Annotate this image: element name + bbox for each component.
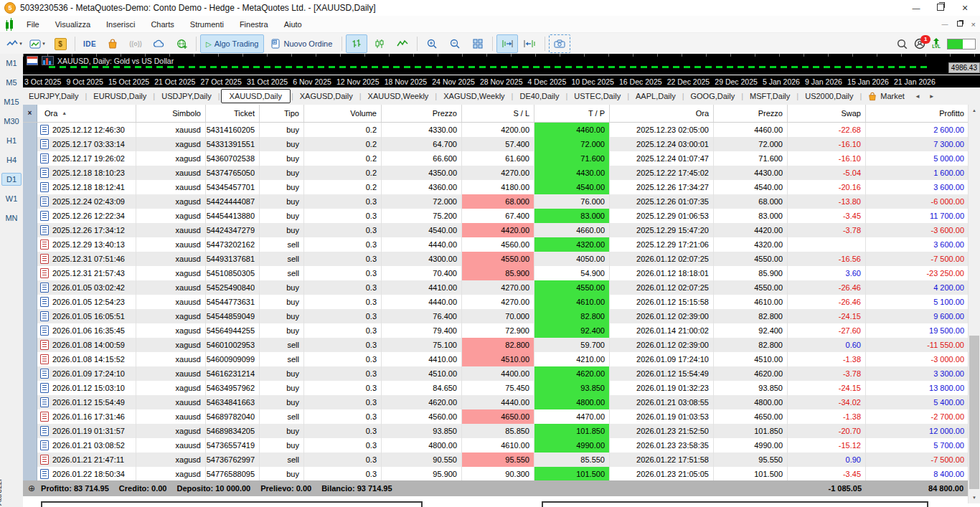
ide-button[interactable]: IDE bbox=[79, 34, 100, 53]
table-row[interactable]: 2026.01.12 15:03:10xagusd54634957962buy0… bbox=[23, 381, 969, 395]
timeframe-m15[interactable]: M15 bbox=[1, 95, 22, 108]
close-icon[interactable]: × bbox=[953, 2, 977, 14]
menu-item-inserisci[interactable]: Inserisci bbox=[98, 18, 143, 31]
close-panel-button[interactable]: × bbox=[23, 105, 37, 122]
chart-window[interactable]: XAUUSD, Daily: Gold vs US Dollar 4986.43… bbox=[23, 54, 980, 87]
table-row[interactable]: 2025.12.17 03:33:14xagusd54331391551buy0… bbox=[23, 137, 969, 151]
market-bag-button[interactable] bbox=[102, 34, 123, 53]
menu-item-file[interactable]: File bbox=[19, 18, 47, 31]
timeframe-m5[interactable]: M5 bbox=[1, 76, 22, 89]
table-row[interactable]: 2026.01.22 18:50:34xagusd54776588095buy0… bbox=[23, 467, 969, 481]
indicator-window-button[interactable]: ▾ bbox=[27, 34, 48, 53]
table-scrollbar[interactable]: ▲ ▼ bbox=[968, 105, 980, 503]
timeframe-w1[interactable]: W1 bbox=[1, 192, 22, 205]
menu-item-finestra[interactable]: Finestra bbox=[232, 18, 276, 31]
table-row[interactable]: 2026.01.05 12:54:23xauusd54544773631buy0… bbox=[23, 295, 969, 309]
notifications-button[interactable]: 1 bbox=[914, 38, 925, 49]
table-row[interactable]: 2026.01.05 03:02:42xauusd54525490840buy0… bbox=[23, 280, 969, 295]
column-header-swap[interactable]: Swap bbox=[788, 105, 866, 122]
shift-end-button[interactable] bbox=[496, 34, 518, 53]
child-restore-icon[interactable] bbox=[957, 21, 963, 28]
timeframe-h1[interactable]: H1 bbox=[1, 134, 22, 147]
tab-eurjpy-daily[interactable]: EURJPY,Daily bbox=[23, 90, 85, 103]
tab-xagusd-daily[interactable]: XAGUSD,Daily bbox=[294, 90, 359, 103]
community-globe-button[interactable] bbox=[171, 34, 192, 53]
table-row[interactable]: 2025.12.31 07:51:46xauusd54493137681sell… bbox=[23, 252, 969, 266]
tabs-scroll-right-icon[interactable]: ► bbox=[929, 93, 935, 100]
column-header-ticket[interactable]: Ticket bbox=[206, 105, 260, 122]
toolbox-panel-tab[interactable]: Attrezzi bbox=[0, 479, 3, 506]
tab-eurusd-daily[interactable]: EURUSD,Daily bbox=[88, 90, 152, 103]
algo-trading-button[interactable]: ▷ Algo Trading bbox=[200, 34, 264, 53]
column-header-ora-close[interactable]: Ora bbox=[610, 105, 714, 122]
menu-item-strumenti[interactable]: Strumenti bbox=[182, 18, 232, 31]
table-row[interactable]: 2026.01.09 17:24:10xauusd54616231214buy0… bbox=[23, 366, 969, 381]
table-row[interactable]: 2026.01.21 03:08:52xauusd54736557419buy0… bbox=[23, 438, 969, 452]
table-row[interactable]: 2026.01.06 16:35:45xagusd54564944255buy0… bbox=[23, 323, 969, 338]
scroll-up-icon[interactable]: ▲ bbox=[969, 105, 980, 116]
scroll-down-icon[interactable]: ▼ bbox=[969, 492, 980, 503]
table-row[interactable]: 2025.12.18 18:10:23xauusd54374765050buy0… bbox=[23, 166, 969, 180]
tab-xauusd-weekly[interactable]: XAUUSD,Weekly bbox=[362, 90, 435, 103]
menu-item-charts[interactable]: Charts bbox=[143, 18, 182, 31]
tab-goog-daily[interactable]: GOOG,Daily bbox=[685, 90, 741, 103]
tab-msft-daily[interactable]: MSFT,Daily bbox=[744, 90, 796, 103]
tab-ustec-daily[interactable]: USTEC,Daily bbox=[568, 90, 626, 103]
column-header-simbolo[interactable]: Simbolo bbox=[136, 105, 206, 122]
levels-button[interactable]: LVL bbox=[932, 38, 941, 49]
child-minimize-icon[interactable]: — bbox=[942, 21, 948, 28]
timeframe-d1[interactable]: D1 bbox=[1, 173, 22, 186]
table-row[interactable]: 2026.01.16 17:31:46xauusd54689782040sell… bbox=[23, 409, 969, 424]
tab-usdjpy-daily[interactable]: USDJPY,Daily bbox=[156, 90, 217, 103]
table-row[interactable]: 2026.01.12 15:54:49xauusd54634841663buy0… bbox=[23, 395, 969, 409]
column-header-profitto[interactable]: Profitto bbox=[866, 105, 969, 122]
column-header-ora[interactable]: Ora▲ bbox=[37, 105, 136, 122]
search-icon[interactable] bbox=[897, 39, 908, 49]
table-row[interactable]: 2025.12.26 12:22:34xagusd54454413880buy0… bbox=[23, 209, 969, 223]
screenshot-button[interactable] bbox=[549, 34, 570, 53]
timeframe-m30[interactable]: M30 bbox=[1, 115, 22, 128]
tab-xauusd-daily[interactable]: XAUUSD,Daily bbox=[221, 89, 291, 103]
table-row[interactable]: 2026.01.08 14:15:52xauusd54600909099sell… bbox=[23, 352, 969, 366]
table-row[interactable]: 2026.01.08 14:00:59xagusd54601002953sell… bbox=[23, 338, 969, 352]
table-row[interactable]: 2025.12.29 13:40:13xauusd54473202162sell… bbox=[23, 237, 969, 252]
timeframe-mn[interactable]: MN bbox=[1, 212, 22, 224]
connection-status-bar[interactable] bbox=[947, 39, 976, 49]
deposit-button[interactable]: $ bbox=[50, 34, 71, 53]
chart-line-button[interactable] bbox=[392, 34, 413, 53]
child-close-icon[interactable]: × bbox=[971, 20, 976, 29]
minimize-icon[interactable]: — bbox=[904, 4, 928, 12]
cloud-button[interactable] bbox=[148, 34, 169, 53]
chart-bars-button[interactable] bbox=[346, 34, 367, 53]
tile-windows-button[interactable] bbox=[467, 34, 489, 53]
zoom-in-button[interactable] bbox=[421, 34, 443, 53]
column-header-prezzo[interactable]: Prezzo bbox=[382, 105, 462, 122]
table-row[interactable]: 2025.12.26 17:34:12xauusd54424347279buy0… bbox=[23, 223, 969, 237]
menu-item-aiuto[interactable]: Aiuto bbox=[276, 18, 310, 31]
column-header-tp[interactable]: T / P bbox=[534, 105, 610, 122]
column-header-sl[interactable]: S / L bbox=[462, 105, 534, 122]
expand-icon[interactable]: ⊕ bbox=[28, 483, 35, 493]
table-row[interactable]: 2025.12.18 18:12:41xauusd54345457701buy0… bbox=[23, 180, 969, 194]
auto-scroll-button[interactable] bbox=[519, 34, 541, 53]
timeframe-m1[interactable]: M1 bbox=[1, 57, 22, 70]
tab-market[interactable]: Market bbox=[862, 90, 910, 103]
timeframe-h4[interactable]: H4 bbox=[1, 153, 22, 166]
tab-us2000-daily[interactable]: US2000,Daily bbox=[799, 90, 859, 103]
table-row[interactable]: 2025.12.31 21:57:43xagusd54510850305sell… bbox=[23, 266, 969, 280]
table-row[interactable]: 2025.12.24 02:43:09xagusd54424444087buy0… bbox=[23, 194, 969, 209]
column-header-prezzo-close[interactable]: Prezzo bbox=[714, 105, 788, 122]
restore-icon[interactable] bbox=[928, 4, 953, 12]
tabs-scroll-left-icon[interactable]: ◄ bbox=[915, 93, 920, 100]
scrollbar-thumb[interactable] bbox=[969, 336, 979, 489]
signals-button[interactable]: ((o)) bbox=[125, 34, 146, 53]
table-row[interactable]: 2025.12.12 12:46:30xauusd54314160205buy0… bbox=[23, 123, 969, 137]
tab-xagusd-weekly[interactable]: XAGUSD,Weekly bbox=[438, 90, 510, 103]
menu-item-visualizza[interactable]: Visualizza bbox=[47, 18, 98, 31]
table-row[interactable]: 2026.01.05 16:05:51xagusd54544859049buy0… bbox=[23, 309, 969, 323]
table-row[interactable]: 2025.12.17 19:26:02xagusd54360702538buy0… bbox=[23, 151, 969, 166]
zoom-out-button[interactable] bbox=[444, 34, 466, 53]
new-order-button[interactable]: Nuovo Ordine bbox=[265, 34, 338, 53]
column-header-tipo[interactable]: Tipo bbox=[260, 105, 304, 122]
table-row[interactable]: 2026.01.21 21:47:11xagusd54736762997sell… bbox=[23, 452, 969, 467]
